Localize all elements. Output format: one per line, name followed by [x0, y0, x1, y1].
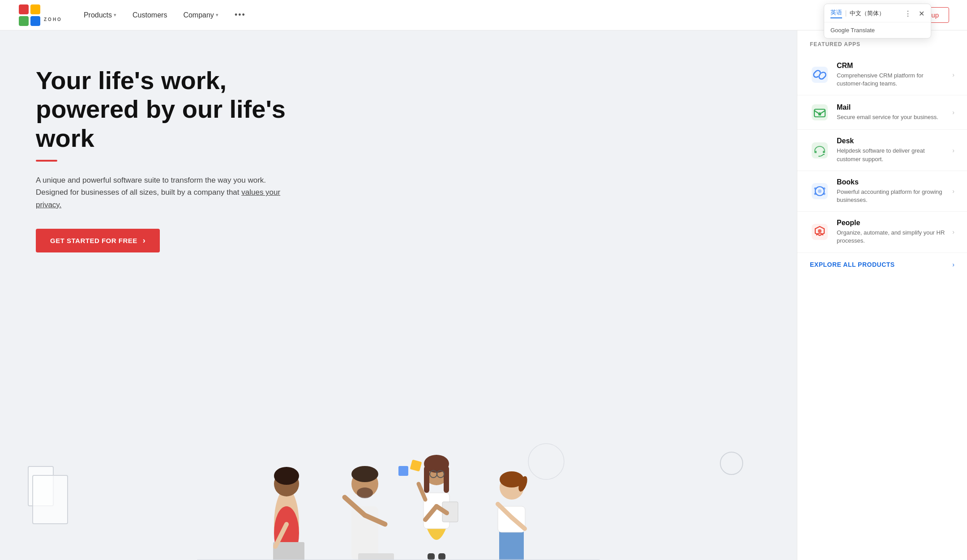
- app-item-mail[interactable]: Mail Secure email service for your busin…: [797, 95, 967, 130]
- svg-point-65: [818, 229, 822, 233]
- navbar: ZOHO Products ▾ Customers Company ▾ ••• …: [0, 0, 967, 30]
- svg-point-62: [823, 192, 826, 195]
- books-desc: Powerful accounting platform for growing…: [837, 188, 949, 204]
- svg-rect-40: [499, 529, 524, 560]
- explore-all-label: EXPLORE ALL PRODUCTS: [810, 261, 895, 268]
- products-chevron-icon: ▾: [114, 12, 116, 18]
- app-item-crm[interactable]: CRM Comprehensive CRM platform for custo…: [797, 55, 967, 95]
- company-chevron-icon: ▾: [216, 12, 218, 18]
- svg-rect-0: [19, 4, 29, 14]
- people-info: People Organize, automate, and simplify …: [837, 219, 949, 245]
- translate-lang-cn[interactable]: 中文（简体）: [850, 9, 885, 17]
- app-item-books[interactable]: Books Powerful accounting platform for g…: [797, 171, 967, 212]
- books-name: Books: [837, 178, 949, 186]
- svg-rect-29: [424, 466, 429, 493]
- crm-desc: Comprehensive CRM platform for customer-…: [837, 72, 949, 88]
- translate-lang-en[interactable]: 英语: [830, 9, 842, 18]
- svg-point-17: [357, 487, 373, 498]
- mail-info: Mail Secure email service for your busin…: [837, 103, 949, 121]
- app-item-people[interactable]: People Organize, automate, and simplify …: [797, 212, 967, 252]
- mail-desc: Secure email service for your business.: [837, 113, 949, 121]
- crm-info: CRM Comprehensive CRM platform for custo…: [837, 62, 949, 88]
- svg-rect-53: [818, 113, 821, 115]
- books-icon-wrap: [810, 181, 830, 201]
- svg-rect-39: [438, 553, 445, 560]
- crm-chevron-icon: ›: [952, 71, 954, 78]
- translate-more-icon[interactable]: ⋮: [904, 9, 911, 18]
- desk-desc: Helpdesk software to deliver great custo…: [837, 147, 949, 163]
- desk-chevron-icon: ›: [952, 147, 954, 154]
- svg-rect-24: [398, 466, 408, 476]
- svg-point-60: [823, 187, 826, 189]
- translate-popup: 英语 中文（简体） ⋮ ✕ Google Translate: [824, 4, 931, 38]
- cta-arrow-icon: ›: [143, 236, 146, 245]
- nav-links: Products ▾ Customers Company ▾ •••: [84, 10, 874, 20]
- svg-rect-20: [358, 553, 394, 560]
- svg-point-16: [351, 466, 378, 482]
- hero-section: Your life's work, powered by our life's …: [0, 30, 797, 560]
- svg-rect-30: [444, 466, 449, 493]
- people-icon-wrap: [810, 222, 830, 242]
- mail-chevron-icon: ›: [952, 109, 954, 116]
- books-info: Books Powerful accounting platform for g…: [837, 178, 949, 204]
- translate-header: 英语 中文（简体） ⋮ ✕: [824, 4, 931, 22]
- books-chevron-icon: ›: [952, 188, 954, 195]
- nav-company[interactable]: Company ▾: [183, 11, 218, 19]
- svg-point-61: [814, 192, 817, 195]
- hero-divider: [36, 160, 57, 162]
- hero-description: A unique and powerful software suite to …: [36, 174, 287, 211]
- explore-all-button[interactable]: EXPLORE ALL PRODUCTS ›: [797, 253, 967, 276]
- crm-name: CRM: [837, 62, 949, 70]
- people-chevron-icon: ›: [952, 228, 954, 235]
- desk-icon-wrap: [810, 141, 830, 160]
- desk-info: Desk Helpdesk software to deliver great …: [837, 137, 949, 163]
- svg-rect-38: [428, 553, 435, 560]
- hero-title: Your life's work, powered by our life's …: [36, 66, 349, 153]
- app-item-desk[interactable]: Desk Helpdesk software to deliver great …: [797, 130, 967, 171]
- logo-text: ZOHO: [44, 17, 62, 22]
- people-name: People: [837, 219, 949, 227]
- main-content: Your life's work, powered by our life's …: [0, 30, 967, 560]
- mail-name: Mail: [837, 103, 949, 111]
- people-desc: Organize, automate, and simplify your HR…: [837, 229, 949, 245]
- nav-products[interactable]: Products ▾: [84, 11, 116, 19]
- logo[interactable]: ZOHO: [18, 4, 62, 27]
- svg-point-59: [814, 187, 817, 189]
- svg-rect-25: [410, 460, 422, 472]
- mail-icon-wrap: [810, 103, 830, 122]
- crm-icon-wrap: [810, 65, 830, 85]
- cta-button[interactable]: GET STARTED FOR FREE ›: [36, 229, 160, 252]
- svg-point-4: [528, 444, 564, 479]
- desk-name: Desk: [837, 137, 949, 145]
- translate-separator: [846, 10, 846, 17]
- translate-close-icon[interactable]: ✕: [919, 9, 924, 18]
- svg-point-58: [818, 189, 822, 193]
- right-panel: FEATURED APPS CRM Comprehensive CRM plat…: [797, 30, 967, 560]
- svg-rect-2: [19, 16, 29, 26]
- svg-rect-1: [30, 4, 40, 14]
- explore-chevron-icon: ›: [952, 261, 954, 268]
- svg-point-8: [274, 467, 299, 485]
- svg-rect-3: [30, 16, 40, 26]
- featured-apps-label: FEATURED APPS: [797, 41, 967, 55]
- nav-customers[interactable]: Customers: [133, 11, 167, 19]
- more-dots[interactable]: •••: [235, 10, 246, 20]
- hero-illustration: [0, 426, 797, 560]
- translate-footer: Google Translate: [824, 22, 931, 34]
